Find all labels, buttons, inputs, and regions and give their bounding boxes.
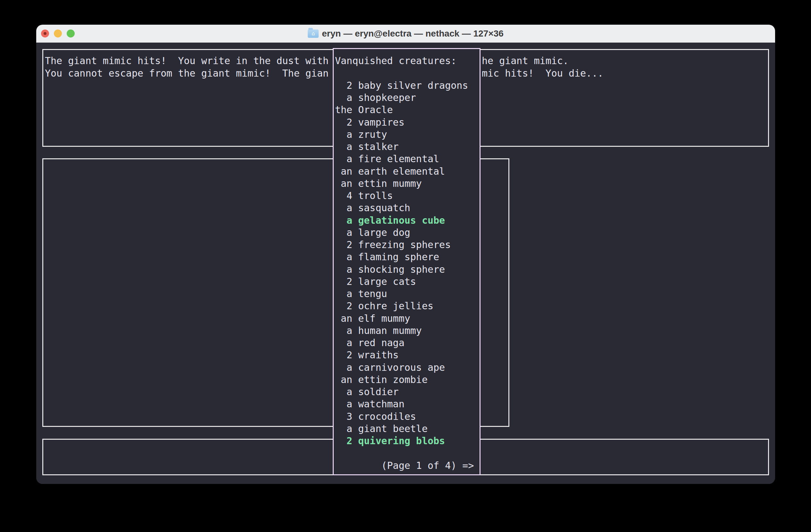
menu-item: the Oracle xyxy=(335,104,393,116)
menu-item: 2 wraiths xyxy=(335,349,399,361)
message-line: he giant mimic. xyxy=(482,55,569,67)
menu-item: a stalker xyxy=(335,141,399,153)
menu-item: 2 large cats xyxy=(335,276,416,288)
menu-item: a shopkeeper xyxy=(335,92,416,104)
menu-item: a flaming sphere xyxy=(335,251,439,263)
menu-item: 2 quivering blobs xyxy=(335,435,445,448)
menu-item: a sasquatch xyxy=(335,202,410,215)
zoom-button[interactable] xyxy=(67,30,75,37)
menu-item: a red naga xyxy=(335,337,404,349)
menu-page-indicator: (Page 1 of 4) => xyxy=(335,459,474,472)
terminal-window: ⌂ eryn — eryn@electra — nethack — 127×36… xyxy=(36,25,775,484)
menu-item: a shocking sphere xyxy=(335,263,445,276)
menu-item: a fire elemental xyxy=(335,153,439,166)
menu-item: a large dog xyxy=(335,226,410,239)
menu-item: 4 trolls xyxy=(335,190,393,202)
menu-item: an ettin zombie xyxy=(335,374,428,386)
menu-item: an earth elemental xyxy=(335,166,445,178)
folder-icon: ⌂ xyxy=(308,30,319,38)
titlebar[interactable]: ⌂ eryn — eryn@electra — nethack — 127×36 xyxy=(36,25,775,43)
close-button[interactable] xyxy=(41,30,49,37)
title-group: ⌂ eryn — eryn@electra — nethack — 127×36 xyxy=(308,29,504,39)
message-line: mic hits! You die... xyxy=(482,67,603,80)
window-title: eryn — eryn@electra — nethack — 127×36 xyxy=(322,29,504,39)
menu-item: 2 freezing spheres xyxy=(335,239,451,251)
menu-item: 2 vampires xyxy=(335,116,404,129)
menu-item: a tengu xyxy=(335,288,387,300)
menu-item: 2 ochre jellies xyxy=(335,300,433,312)
menu-item: a carnivorous ape xyxy=(335,361,445,374)
menu-item: a soldier xyxy=(335,386,399,398)
message-line: You cannot escape from the giant mimic! … xyxy=(45,67,328,80)
traffic-lights xyxy=(41,25,75,42)
minimize-button[interactable] xyxy=(54,30,62,37)
menu-item: a human mummy xyxy=(335,325,422,337)
menu-item: a watchman xyxy=(335,398,404,410)
menu-item: 3 crocodiles xyxy=(335,410,416,423)
menu-title: Vanquished creatures: xyxy=(335,55,457,67)
menu-item: 2 baby silver dragons xyxy=(335,79,468,92)
message-line: The giant mimic hits! You write in the d… xyxy=(45,55,328,67)
menu-item: an elf mummy xyxy=(335,312,410,325)
menu-item: a gelatinous cube xyxy=(335,215,445,227)
home-glyph: ⌂ xyxy=(311,31,315,36)
terminal-screen[interactable]: The giant mimic hits! You write in the d… xyxy=(36,43,775,484)
menu-item: a giant beetle xyxy=(335,423,428,435)
menu-item: an ettin mummy xyxy=(335,177,422,190)
menu-item: a zruty xyxy=(335,128,387,141)
